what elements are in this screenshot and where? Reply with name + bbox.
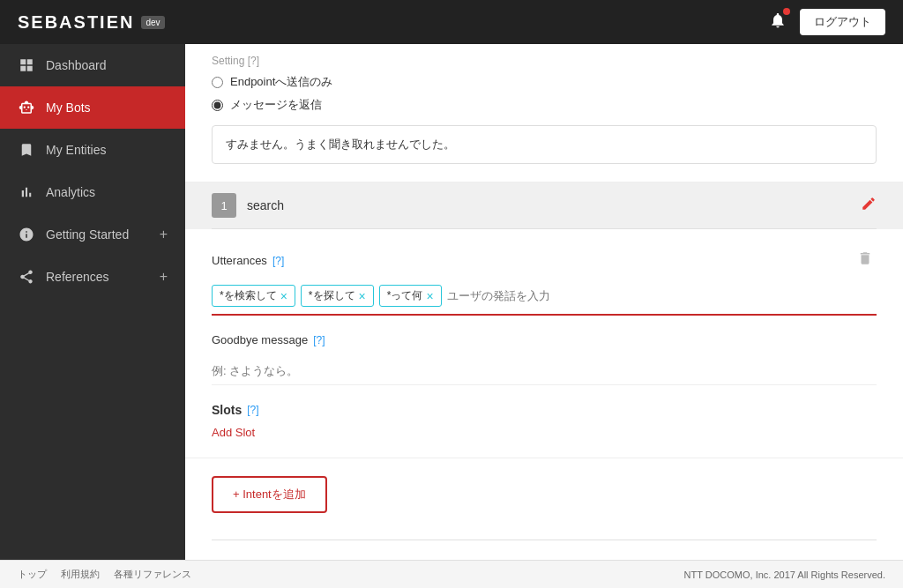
- intent-header: 1 search: [212, 182, 877, 229]
- logo: SEBASTIEN dev: [18, 12, 165, 33]
- logout-button[interactable]: ログアウト: [800, 9, 885, 35]
- tag-0: *を検索して ×: [212, 285, 295, 307]
- setting-label: Setting [?]: [212, 55, 877, 67]
- utterances-label: Utterances [?]: [212, 247, 877, 274]
- sidebar-item-references[interactable]: References +: [0, 256, 185, 298]
- radio-message[interactable]: メッセージを返信: [212, 97, 877, 113]
- sidebar-item-dashboard[interactable]: Dashboard: [0, 44, 185, 86]
- footer-copyright: NTT DOCOMO, Inc. 2017 All Rights Reserve…: [684, 569, 885, 580]
- slots-section: Slots [?] Add Slot: [212, 403, 877, 440]
- radio-group: Endpointへ送信のみ メッセージを返信: [212, 74, 877, 113]
- tag-label: *を探して: [309, 288, 355, 303]
- logo-badge: dev: [141, 16, 164, 29]
- sidebar-item-label: Analytics: [46, 185, 95, 199]
- notification-badge: [783, 8, 790, 15]
- slots-label: Slots [?]: [212, 403, 877, 417]
- sidebar-item-label: My Entities: [46, 143, 106, 157]
- next-section: 次へ: [185, 549, 903, 560]
- radio-endpoint[interactable]: Endpointへ送信のみ: [212, 74, 877, 90]
- header-right: ログアウト: [769, 9, 885, 35]
- sidebar-item-getting-started[interactable]: Getting Started +: [0, 213, 185, 256]
- tag-1: *を探して ×: [301, 285, 374, 307]
- slots-help[interactable]: [?]: [247, 404, 258, 416]
- tag-2: *って何 ×: [379, 285, 442, 307]
- intent-name: search: [247, 198, 861, 212]
- radio-endpoint-label: Endpointへ送信のみ: [230, 74, 332, 90]
- utterance-input[interactable]: [447, 289, 595, 302]
- footer-link-top[interactable]: トップ: [18, 568, 47, 581]
- footer-links: トップ 利用規約 各種リファレンス: [18, 568, 191, 581]
- utterances-row: *を検索して × *を探して × *って何 ×: [212, 285, 877, 316]
- radio-message-label: メッセージを返信: [230, 97, 322, 113]
- sidebar-item-analytics[interactable]: Analytics: [0, 171, 185, 213]
- plus-icon: +: [160, 269, 168, 285]
- info-icon: [18, 226, 35, 243]
- goodbye-label: Goodbye message [?]: [212, 333, 877, 346]
- utterances-help[interactable]: [?]: [272, 255, 284, 267]
- sidebar-item-label: Dashboard: [46, 58, 107, 72]
- trash-icon[interactable]: [854, 247, 877, 274]
- sidebar: Dashboard My Bots My Entities: [0, 44, 185, 560]
- plus-icon: +: [160, 227, 168, 242]
- notification-icon[interactable]: [769, 11, 787, 33]
- intent-body: Utterances [?] *を検索して ×: [185, 229, 903, 458]
- tag-label: *って何: [387, 288, 423, 303]
- share-icon: [18, 268, 35, 286]
- intent-number: 1: [212, 193, 236, 218]
- divider: [212, 540, 877, 540]
- bookmark-icon: [18, 141, 35, 159]
- intent-section: 1 search: [185, 182, 903, 229]
- bar-chart-icon: [18, 183, 35, 201]
- radio-message-input[interactable]: [212, 100, 223, 111]
- bot-icon: [18, 99, 35, 116]
- layout: Dashboard My Bots My Entities: [0, 44, 903, 560]
- goodbye-input[interactable]: [212, 357, 877, 385]
- tag-close-icon[interactable]: ×: [280, 290, 287, 302]
- sidebar-item-my-entities[interactable]: My Entities: [0, 129, 185, 171]
- tag-label: *を検索して: [220, 288, 277, 303]
- grid-icon: [18, 56, 35, 74]
- setting-section: Setting [?] Endpointへ送信のみ メッセージを返信 すみません…: [185, 44, 903, 182]
- edit-icon[interactable]: [861, 196, 877, 215]
- add-intent-section: + Intentを追加: [185, 458, 903, 531]
- tag-close-icon[interactable]: ×: [426, 290, 433, 302]
- sidebar-item-my-bots[interactable]: My Bots: [0, 86, 185, 129]
- add-intent-button[interactable]: + Intentを追加: [212, 476, 327, 513]
- main-content: Setting [?] Endpointへ送信のみ メッセージを返信 すみません…: [185, 44, 903, 560]
- goodbye-help[interactable]: [?]: [313, 334, 325, 346]
- footer: トップ 利用規約 各種リファレンス NTT DOCOMO, Inc. 2017 …: [0, 560, 903, 588]
- logo-text: SEBASTIEN: [18, 12, 134, 33]
- utterances-section: Utterances [?] *を検索して ×: [212, 247, 877, 316]
- footer-link-terms[interactable]: 利用規約: [61, 568, 100, 581]
- sidebar-item-label: Getting Started: [46, 227, 129, 242]
- radio-endpoint-input[interactable]: [212, 77, 223, 88]
- tag-close-icon[interactable]: ×: [359, 290, 366, 302]
- sidebar-item-label: References: [46, 270, 109, 284]
- goodbye-section: Goodbye message [?]: [212, 333, 877, 385]
- sidebar-item-label: My Bots: [46, 100, 91, 115]
- footer-link-references[interactable]: 各種リファレンス: [114, 568, 191, 581]
- content-area: Setting [?] Endpointへ送信のみ メッセージを返信 すみません…: [185, 44, 903, 560]
- header: SEBASTIEN dev ログアウト: [0, 0, 903, 44]
- add-slot-link[interactable]: Add Slot: [212, 426, 255, 439]
- message-box: すみません。うまく聞き取れませんでした。: [212, 125, 877, 164]
